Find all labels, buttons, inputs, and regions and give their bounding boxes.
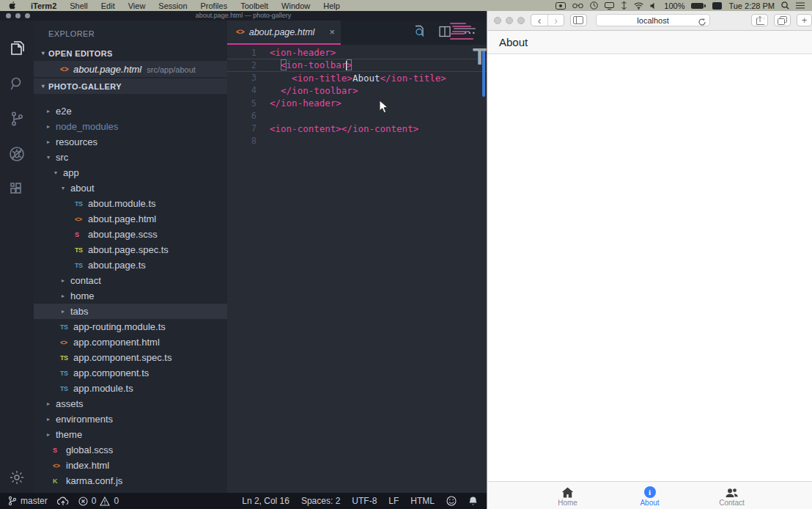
tree-item[interactable]: ▸ resources	[34, 134, 227, 150]
tree-item[interactable]: <> index.html	[34, 458, 227, 473]
menubar-item-window[interactable]: Window	[275, 1, 317, 10]
feedback-smiley-icon[interactable]	[446, 496, 457, 506]
tree-item[interactable]: TS app.component.spec.ts	[34, 350, 227, 365]
mouse-cursor	[379, 100, 388, 117]
minimap[interactable]	[450, 23, 476, 41]
zoom-window-button[interactable]	[517, 17, 525, 24]
close-window-button[interactable]	[494, 17, 501, 24]
code-line[interactable]: 3 <ion-title>About</ion-title>	[227, 72, 487, 84]
share-button[interactable]	[751, 14, 768, 26]
address-bar[interactable]: localhost	[596, 14, 710, 26]
input-source-icon[interactable]	[712, 2, 722, 10]
search-activity-button[interactable]	[0, 66, 34, 101]
split-editor-icon[interactable]	[439, 26, 451, 40]
minimize-window-button[interactable]	[506, 17, 513, 24]
code-line[interactable]: 6	[227, 109, 487, 122]
tree-item[interactable]: ▾ src	[34, 150, 227, 165]
folder-arrow-icon: ▾	[62, 185, 70, 191]
clock-status-icon[interactable]	[590, 1, 598, 10]
cursor-position-status[interactable]: Ln 2, Col 16	[242, 496, 289, 506]
tree-item[interactable]: TS about.page.ts	[34, 257, 227, 273]
volume-icon[interactable]	[650, 2, 657, 10]
wifi-icon[interactable]	[634, 2, 643, 10]
battery-icon[interactable]	[691, 3, 706, 9]
editor-tab-about-page-html[interactable]: <> about.page.html ×	[227, 21, 341, 45]
extensions-activity-button[interactable]	[0, 172, 34, 207]
settings-gear-button[interactable]	[0, 469, 34, 486]
menubar-item-toolbelt[interactable]: Toolbelt	[234, 1, 275, 10]
forward-button[interactable]: ›	[547, 15, 564, 26]
browser-window: ‹ › localhost + About	[487, 10, 812, 509]
menubar-item-help[interactable]: Help	[317, 1, 347, 10]
tree-item[interactable]: S global.scss	[34, 442, 227, 458]
macos-menubar: iTerm2 Shell Edit View Session Profiles …	[0, 0, 812, 11]
code-line[interactable]: 5 </ion-header>	[227, 97, 487, 109]
back-button[interactable]: ‹	[531, 15, 547, 26]
menubar-item-edit[interactable]: Edit	[95, 1, 122, 10]
tab-overview-button[interactable]	[774, 14, 791, 26]
tree-item[interactable]: K karma.conf.js	[34, 473, 227, 488]
spotlight-icon[interactable]	[781, 1, 789, 10]
tree-item[interactable]: TS app-routing.module.ts	[34, 319, 227, 334]
close-tab-icon[interactable]: ×	[323, 26, 335, 37]
screen-record-icon[interactable]	[556, 2, 566, 10]
notification-center-icon[interactable]	[796, 2, 805, 9]
tree-item[interactable]: ▸ tabs	[34, 304, 227, 319]
tree-item[interactable]: <> app.component.html	[34, 334, 227, 350]
display-mirroring-icon[interactable]	[605, 2, 614, 10]
menubar-item-iterm2[interactable]: iTerm2	[24, 1, 63, 10]
indentation-status[interactable]: Spaces: 2	[301, 496, 340, 506]
menubar-item-session[interactable]: Session	[152, 1, 193, 10]
tree-item[interactable]: TS about.page.spec.ts	[34, 242, 227, 257]
menubar-clock[interactable]: Tue 2:28 PM	[728, 1, 775, 10]
tree-item[interactable]: S about.page.scss	[34, 227, 227, 242]
tab-home[interactable]: Home	[527, 484, 609, 507]
vscode-titlebar[interactable]: about.page.html — photo-gallery	[0, 10, 487, 21]
code-area[interactable]: 1 <ion-header> 2 <ion-toolbar> 3 <ion-ti…	[227, 46, 487, 493]
open-editor-item[interactable]: <> about.page.html src/app/about	[34, 61, 227, 77]
new-tab-button[interactable]: +	[797, 14, 812, 26]
file-name: node_modules	[56, 121, 118, 132]
open-preview-icon[interactable]	[413, 25, 426, 40]
explorer-activity-button[interactable]	[0, 31, 34, 66]
tree-item[interactable]: ▸ home	[34, 288, 227, 304]
tree-item[interactable]: TS app.component.ts	[34, 365, 227, 381]
code-line[interactable]: 2 <ion-toolbar>	[227, 59, 487, 71]
code-line[interactable]: 4 </ion-toolbar>	[227, 84, 487, 97]
tab-about[interactable]: i About	[609, 484, 691, 507]
code-line[interactable]: 1 <ion-header>	[227, 46, 487, 59]
apple-menu-icon[interactable]	[0, 1, 24, 10]
tree-item[interactable]: ▾ app	[34, 165, 227, 180]
project-section-header[interactable]: ▾ PHOTO-GALLERY	[34, 78, 227, 94]
tree-item[interactable]: TS app.module.ts	[34, 381, 227, 396]
menubar-item-view[interactable]: View	[122, 1, 152, 10]
keyboard-brightness-icon[interactable]	[621, 1, 627, 10]
tree-item[interactable]: ▸ environments	[34, 411, 227, 427]
encoding-status[interactable]: UTF-8	[352, 496, 377, 506]
code-line[interactable]: 7 <ion-content></ion-content>	[227, 122, 487, 135]
tree-item[interactable]: <> about.page.html	[34, 211, 227, 227]
tree-item[interactable]: ▾ about	[34, 180, 227, 196]
open-editors-header[interactable]: ▾ OPEN EDITORS	[34, 45, 227, 61]
tree-item[interactable]: ▸ node_modules	[34, 119, 227, 134]
language-mode-status[interactable]: HTML	[410, 496, 435, 506]
tab-contact[interactable]: Contact	[691, 484, 773, 507]
publish-button[interactable]	[57, 497, 69, 506]
debug-activity-button[interactable]	[0, 136, 34, 172]
menubar-item-shell[interactable]: Shell	[63, 1, 94, 10]
code-line[interactable]: 8	[227, 135, 487, 147]
refresh-icon[interactable]	[698, 16, 706, 29]
problems-status[interactable]: 0 0	[78, 496, 119, 506]
eol-status[interactable]: LF	[388, 496, 399, 506]
tree-item[interactable]: ▸ e2e	[34, 103, 227, 119]
menubar-item-profiles[interactable]: Profiles	[194, 1, 235, 10]
git-branch-status[interactable]: master	[7, 496, 48, 506]
notifications-bell-icon[interactable]	[468, 496, 478, 506]
source-control-activity-button[interactable]	[0, 101, 34, 136]
tree-item[interactable]: ▸ contact	[34, 273, 227, 288]
sidebar-toggle-button[interactable]	[570, 14, 587, 26]
tree-item[interactable]: ▸ assets	[34, 396, 227, 411]
tree-item[interactable]: ▸ theme	[34, 427, 227, 442]
glasses-icon[interactable]	[572, 2, 583, 9]
tree-item[interactable]: TS about.module.ts	[34, 196, 227, 211]
